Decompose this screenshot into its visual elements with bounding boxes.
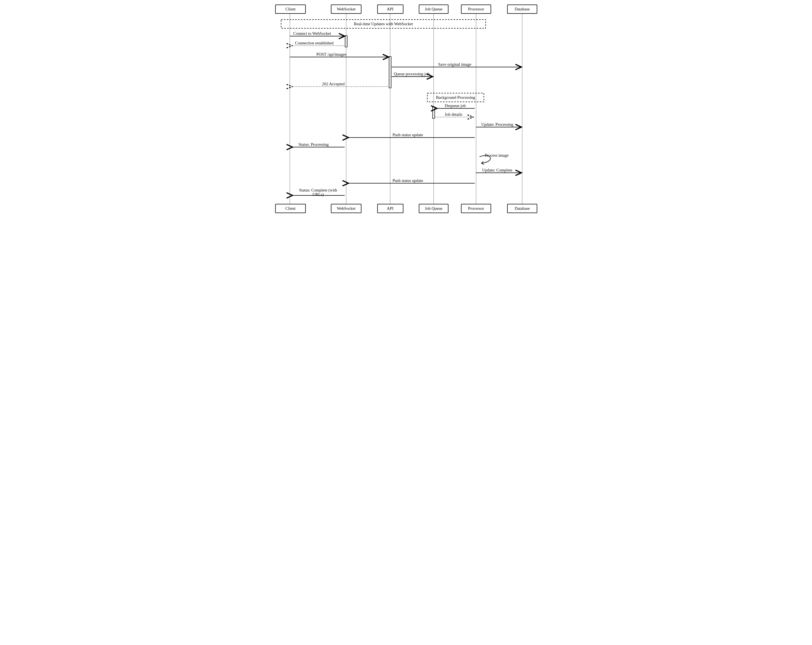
svg-text:Processor: Processor xyxy=(468,7,484,11)
svg-text:Connection established: Connection established xyxy=(295,41,334,45)
svg-text:Client: Client xyxy=(285,206,296,211)
svg-text:Database: Database xyxy=(514,7,530,11)
participant-footer: Client WebSocket API Job Queue Processor… xyxy=(275,204,537,213)
svg-text:Save original image: Save original image xyxy=(438,62,471,67)
participant-header: Client WebSocket API Job Queue Processor… xyxy=(275,5,537,14)
msg-self: Process image xyxy=(485,153,508,157)
svg-text:Update: Processing: Update: Processing xyxy=(481,122,513,127)
svg-text:Job Queue: Job Queue xyxy=(425,206,443,211)
svg-text:WebSocket: WebSocket xyxy=(337,7,356,11)
svg-text:URLs): URLs) xyxy=(313,192,324,197)
activation-jobqueue xyxy=(432,107,435,118)
svg-text:Push status update: Push status update xyxy=(392,178,423,183)
svg-text:Client: Client xyxy=(285,7,296,11)
svg-text:Job details: Job details xyxy=(445,112,462,117)
activation-api xyxy=(389,57,391,88)
svg-text:Database: Database xyxy=(514,206,530,211)
svg-text:Connect to WebSocket: Connect to WebSocket xyxy=(293,31,331,36)
svg-text:WebSocket: WebSocket xyxy=(337,206,356,211)
svg-text:Job Queue: Job Queue xyxy=(425,7,443,11)
note-background: Background Processing xyxy=(436,95,475,100)
svg-text:Dequeue job: Dequeue job xyxy=(445,103,466,108)
note-realtime: Real-time Updates with WebSocket xyxy=(354,21,413,26)
svg-text:API: API xyxy=(387,7,394,11)
svg-text:API: API xyxy=(387,206,394,211)
sequence-diagram: Client WebSocket API Job Queue Processor… xyxy=(271,0,541,215)
svg-text:Status: Processing: Status: Processing xyxy=(299,142,329,147)
activation-websocket xyxy=(345,36,347,47)
svg-text:Push status update: Push status update xyxy=(392,133,423,137)
svg-text:Queue processing job: Queue processing job xyxy=(394,72,430,76)
svg-text:POST /api/images: POST /api/images xyxy=(316,52,346,57)
svg-text:202 Accepted: 202 Accepted xyxy=(322,82,345,86)
svg-text:Status: Complete (with: Status: Complete (with xyxy=(299,188,337,193)
svg-text:Processor: Processor xyxy=(468,206,484,211)
svg-text:Update: Complete: Update: Complete xyxy=(482,168,512,172)
